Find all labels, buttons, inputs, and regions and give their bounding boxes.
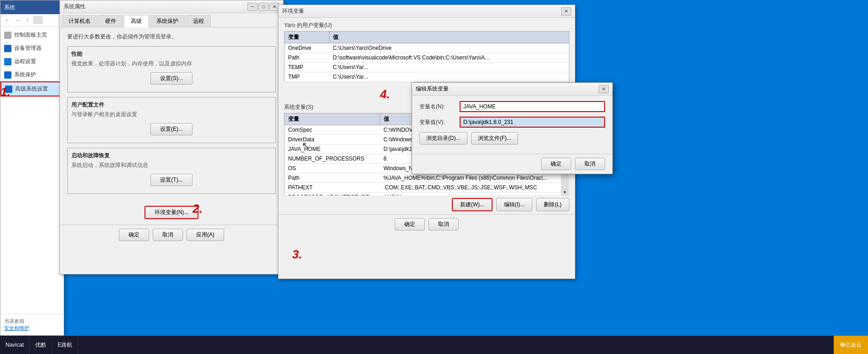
var-value-input[interactable] (460, 117, 605, 128)
back-arrow[interactable]: ← (3, 16, 11, 24)
sysprop-content: 要进行大多数更改，你必须作为管理员登录。 性能 视觉效果，处理器计划，内存使用，… (60, 27, 283, 204)
sysprop-maximize-btn[interactable]: □ (258, 3, 268, 11)
editvar-ok-btn[interactable]: 确定 (541, 158, 571, 170)
startup-section: 启动和故障恢复 系统启动，系统故障和调试信息 设置(T)... (67, 148, 276, 194)
home-icon (4, 32, 11, 39)
sysprop-apply-btn[interactable]: 应用(A) (187, 229, 224, 241)
sysprop-cancel-btn[interactable]: 取消 (153, 229, 183, 241)
sys-delete-btn[interactable]: 删除(L) (536, 198, 569, 211)
env-vars-btn[interactable]: 环境变量(N)... (145, 206, 199, 219)
table-row[interactable]: TEMP C:\Users\Yar... (284, 63, 569, 72)
editvar-cancel-btn[interactable]: 取消 (575, 158, 605, 170)
user-profile-desc: 与登录帐户相关的桌面设置 (71, 111, 272, 118)
sidebar-item-home[interactable]: 控制面板主页 (0, 28, 64, 42)
annotation-1: 1. (0, 85, 11, 99)
up-arrow[interactable]: ↑ (23, 16, 32, 24)
user-vars-table-container: 变量 值 OneDrive C:\Users\Yaro\OneDrive Pat… (279, 31, 575, 82)
tab-hardware[interactable]: 硬件 (98, 15, 123, 27)
editvar-titlebar: 编辑系统变量 ✕ (412, 83, 612, 96)
startup-title: 启动和故障恢复 (71, 152, 272, 160)
user-profile-settings-btn[interactable]: 设置(E)... (150, 123, 193, 135)
var-name-label: 变量名(N): (419, 103, 456, 111)
sidebar-item-remote[interactable]: 远程设置 (0, 55, 64, 68)
system-footer: 另请参阅 安全和维护 (0, 314, 64, 335)
user-var-value: C:\Users\Yaro\OneDrive (329, 43, 569, 53)
sys-vars-col-name: 变量 (284, 113, 380, 125)
table-row[interactable]: PATHEXT .COM;.EXE;.BAT;.CMD;.VBS;.VBE;.J… (284, 183, 565, 193)
sysprop-titlebar: 系统属性 ─ □ ✕ (60, 0, 283, 13)
system-nav-title: 系统 (0, 0, 64, 14)
sysprop-ok-btn[interactable]: 确定 (119, 229, 149, 241)
sysprop-title: 系统属性 (64, 3, 246, 11)
editvar-value-row: 变量值(V): (419, 117, 605, 128)
envvar-title: 环境变量 (282, 7, 560, 15)
user-var-name: TMP (284, 72, 329, 82)
user-var-name: TEMP (284, 63, 329, 72)
table-row[interactable]: Path D:\software\visualcode\Microsoft VS… (284, 53, 569, 63)
sys-vars-btn-row: 新建(W)... 编辑(I)... 删除(L) (279, 195, 575, 214)
sidebar-item-device[interactable]: 设备管理器 (0, 42, 64, 55)
envvar-ok-btn[interactable]: 确定 (395, 218, 425, 231)
user-var-name: Path (284, 53, 329, 63)
taskbar-right: ❷亿速云 (834, 336, 868, 354)
startup-settings-btn[interactable]: 设置(T)... (150, 174, 192, 186)
annotation-3: 3. (292, 247, 302, 262)
editvar-name-row: 变量名(N): (419, 101, 605, 112)
user-profile-title: 用户配置文件 (71, 101, 272, 109)
user-profile-section: 用户配置文件 与登录帐户相关的桌面设置 设置(E)... (67, 97, 276, 143)
performance-settings-btn[interactable]: 设置(S)... (150, 72, 193, 85)
user-var-value: D:\software\visualcode\Microsoft VS Code… (329, 53, 569, 63)
sysprop-footer: 确定 取消 应用(A) (60, 225, 283, 245)
user-var-value: C:\Users\Yar... (329, 63, 569, 72)
editvar-dialog: 编辑系统变量 ✕ 4. 变量名(N): 变量值(V): 浏览目录(D)... 浏… (412, 82, 613, 174)
user-vars-col-value: 值 (329, 32, 569, 43)
annotation-4: 4. (380, 87, 390, 102)
sysprop-minimize-btn[interactable]: ─ (247, 3, 257, 11)
var-name-input[interactable] (460, 101, 605, 112)
browse-dir-btn[interactable]: 浏览目录(D)... (419, 132, 467, 145)
editvar-browse-row: 浏览目录(D)... 浏览文件(F)... (419, 132, 605, 145)
performance-title: 性能 (71, 50, 272, 58)
nav-arrows: ← → ↑ (0, 14, 64, 27)
taskbar-item-youku[interactable]: 优酷 (30, 336, 52, 354)
envvar-footer: 确定 取消 (279, 215, 575, 234)
desktop: 系统 ← → ↑ 控制面板主页 设备管理器 远程设置 系统保护 (0, 0, 868, 354)
tab-computer-name[interactable]: 计算机名 (62, 15, 97, 27)
sysprop-note: 要进行大多数更改，你必须作为管理员登录。 (67, 33, 276, 41)
sidebar-item-protect[interactable]: 系统保护 (0, 68, 64, 81)
browse-file-btn[interactable]: 浏览文件(F)... (471, 132, 518, 145)
security-link[interactable]: 安全和维护 (4, 325, 60, 332)
performance-section: 性能 视觉效果，处理器计划，内存使用，以及虚拟内存 设置(S)... (67, 46, 276, 92)
var-value-label: 变量值(V): (419, 118, 456, 126)
editvar-title: 编辑系统变量 (416, 85, 598, 93)
device-icon (4, 45, 11, 52)
address-bar-mini (33, 16, 43, 24)
envvar-close-btn[interactable]: ✕ (561, 7, 571, 16)
table-row[interactable]: PROCESSOR_ARCHITECTURE AMD64 (284, 193, 565, 196)
taskbar: Navicat 优酷 E路航 ❷亿速云 (0, 336, 868, 354)
envvar-cancel-btn[interactable]: 取消 (429, 218, 459, 231)
table-row[interactable]: Path %JAVA_HOME%\bin;C:\Program Files (x… (284, 173, 565, 183)
sys-edit-btn[interactable]: 编辑(I)... (496, 198, 532, 211)
taskbar-item-elu[interactable]: E路航 (52, 336, 78, 354)
startup-desc: 系统启动，系统故障和调试信息 (71, 161, 272, 169)
user-var-name: OneDrive (284, 43, 329, 53)
user-var-value: C:\Users\Yar... (329, 72, 569, 82)
sysprop-window: 系统属性 ─ □ ✕ 计算机名 硬件 高级 系统保护 远程 要进行大多数更改，你… (59, 0, 284, 274)
performance-desc: 视觉效果，处理器计划，内存使用，以及虚拟内存 (71, 60, 272, 68)
editvar-close-btn[interactable]: ✕ (599, 85, 609, 93)
table-row[interactable]: TMP C:\Users\Yar... (284, 72, 569, 82)
editvar-content: 4. 变量名(N): 变量值(V): 浏览目录(D)... 浏览文件(F)... (412, 96, 612, 154)
forward-arrow[interactable]: → (13, 16, 21, 24)
user-vars-col-name: 变量 (284, 32, 329, 43)
scroll-down-btn[interactable]: ▼ (562, 189, 568, 195)
annotation-2: 2. (193, 202, 203, 216)
tab-advanced[interactable]: 高级 (124, 15, 149, 27)
table-row[interactable]: OneDrive C:\Users\Yaro\OneDrive (284, 43, 569, 53)
tab-remote[interactable]: 远程 (186, 15, 211, 27)
sys-new-btn[interactable]: 新建(W)... (452, 198, 493, 211)
tab-sys-protect[interactable]: 系统保护 (150, 15, 185, 27)
yiluyuan-btn[interactable]: ❷亿速云 (834, 336, 868, 354)
remote-icon (4, 58, 11, 65)
taskbar-item-navicat[interactable]: Navicat (0, 336, 30, 354)
